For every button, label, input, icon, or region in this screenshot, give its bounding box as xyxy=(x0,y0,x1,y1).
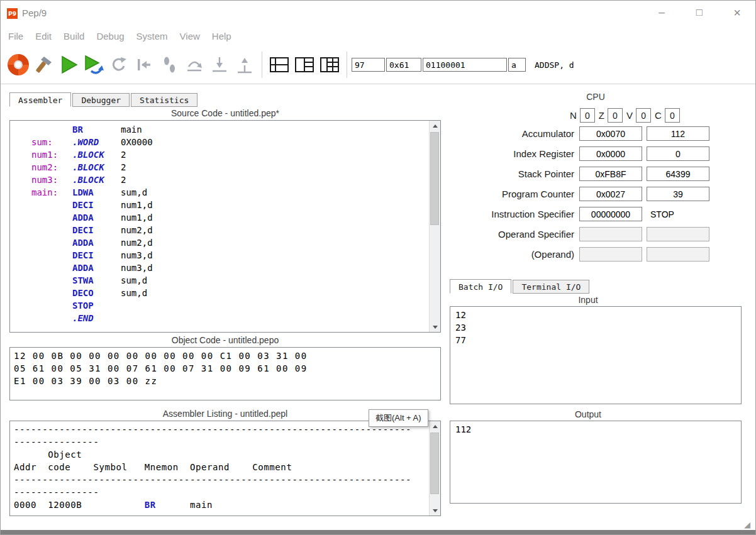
step-button[interactable] xyxy=(157,51,182,79)
scroll-down-icon[interactable] xyxy=(430,505,440,516)
mnemonic: .WORD xyxy=(72,137,121,147)
source-code-text[interactable]: BRmainsum:.WORD0X0000num1:.BLOCK2num2:.B… xyxy=(10,121,430,332)
register-label: Operand Specifier xyxy=(450,229,579,240)
scrollbar-thumb[interactable] xyxy=(430,132,439,225)
tab-debugger[interactable]: Debugger xyxy=(72,93,130,107)
step-over-button[interactable] xyxy=(182,51,207,79)
object-code-line: 12 00 0B 00 00 00 00 00 00 00 00 C1 00 0… xyxy=(14,350,436,362)
register-row: Accumulator0x0070112 xyxy=(450,126,742,141)
grid-layout-button[interactable] xyxy=(317,51,342,79)
decimal-input[interactable] xyxy=(352,58,385,72)
tab-assembler[interactable]: Assembler xyxy=(9,92,71,107)
restart-debug-button[interactable] xyxy=(106,51,131,79)
step-into-button[interactable] xyxy=(207,51,232,79)
menu-edit[interactable]: Edit xyxy=(35,31,52,41)
mnemonic: DECI xyxy=(72,225,121,235)
listing-line: Addr code Symbol Mnemon Operand Comment xyxy=(14,461,430,473)
menu-debug[interactable]: Debug xyxy=(96,31,124,41)
register-hex-value xyxy=(579,247,642,262)
input-line: 12 xyxy=(455,309,736,321)
stop-debug-button[interactable] xyxy=(131,51,157,79)
symbol-label: sum: xyxy=(31,137,72,147)
assembler-listing-pane[interactable]: ----------------------------------------… xyxy=(9,421,441,516)
operand: num1,d xyxy=(121,200,153,210)
listing-line: --------------- xyxy=(14,486,430,499)
flag-value: 0 xyxy=(665,108,680,123)
menu-build[interactable]: Build xyxy=(64,31,84,41)
flag-c: C0 xyxy=(655,108,680,123)
mnemonic: STOP xyxy=(72,301,121,311)
source-line: ADDAnum3,d xyxy=(10,263,430,275)
scroll-up-icon[interactable] xyxy=(430,121,440,131)
mnemonic: DECI xyxy=(72,250,121,260)
symbol-label: num2: xyxy=(31,162,72,172)
menu-system[interactable]: System xyxy=(136,31,168,41)
symbol-label: num3: xyxy=(31,175,72,185)
scrollbar-thumb[interactable] xyxy=(430,433,439,494)
close-button[interactable]: × xyxy=(726,4,748,21)
operand: 2 xyxy=(121,150,126,160)
binary-input[interactable] xyxy=(423,58,507,72)
output-title: Output xyxy=(450,409,726,419)
listing-line: 0000 12000B BR main xyxy=(14,499,430,511)
scroll-up-icon[interactable] xyxy=(430,421,440,431)
input-line: 77 xyxy=(455,334,736,346)
menu-help[interactable]: Help xyxy=(212,31,231,41)
tab-statistics[interactable]: Statistics xyxy=(131,93,197,107)
source-code-title: Source Code - untitled.pep* xyxy=(9,107,441,120)
operand: sum,d xyxy=(121,275,147,285)
ascii-input[interactable] xyxy=(508,58,526,72)
mnemonic: STWA xyxy=(72,275,121,285)
mnemonic: BR xyxy=(72,124,121,135)
flag-n: N0 xyxy=(570,108,595,123)
menu-file[interactable]: File xyxy=(8,31,23,41)
maximize-button[interactable]: □ xyxy=(689,4,710,21)
minimize-button[interactable]: – xyxy=(651,4,672,21)
operand: 0X0000 xyxy=(121,137,153,147)
scroll-down-icon[interactable] xyxy=(430,322,440,332)
operand: sum,d xyxy=(121,187,147,197)
source-line: STWAsum,d xyxy=(10,275,430,288)
mnemonic: DECI xyxy=(72,200,121,210)
rows-layout-button[interactable] xyxy=(267,51,292,79)
source-line: ADDAnum1,d xyxy=(10,212,430,225)
grid-layout-icon xyxy=(320,56,340,74)
toolbar-separator xyxy=(347,52,347,78)
batch-input-area[interactable]: 122377 xyxy=(450,306,742,404)
debug-play-icon xyxy=(82,54,105,75)
split-layout-button[interactable] xyxy=(292,51,317,79)
tab-batch-i-o[interactable]: Batch I/O xyxy=(450,279,511,294)
tab-terminal-i-o[interactable]: Terminal I/O xyxy=(513,280,589,294)
symbol-label: main: xyxy=(31,187,72,197)
new-file-button[interactable] xyxy=(6,51,31,79)
split-layout-icon xyxy=(294,56,314,74)
mnemonic: .END xyxy=(72,313,121,323)
flag-label: N xyxy=(570,110,577,121)
hex-input[interactable] xyxy=(386,58,421,72)
screenshot-tooltip: 截图(Alt + A) xyxy=(369,409,428,427)
register-hex-value: 0x0000 xyxy=(579,146,642,161)
run-button[interactable] xyxy=(56,51,81,79)
instruction-mnemonic-label: ADDSP, d xyxy=(535,60,574,70)
source-code-editor[interactable]: BRmainsum:.WORD0X0000num1:.BLOCK2num2:.B… xyxy=(9,120,441,333)
toolbar-separator xyxy=(262,52,262,78)
object-code-line: E1 00 03 39 00 03 00 zz xyxy=(14,375,436,387)
object-code-pane[interactable]: 12 00 0B 00 00 00 00 00 00 00 00 C1 00 0… xyxy=(9,347,441,400)
source-scrollbar[interactable] xyxy=(429,121,440,332)
resize-grip[interactable]: ◢ xyxy=(744,521,753,529)
flag-label: V xyxy=(626,110,633,121)
register-hex-value: 0x0070 xyxy=(579,126,642,141)
register-row: Operand Specifier xyxy=(450,227,742,241)
window-bottom-edge xyxy=(1,530,755,534)
start-debugging-button[interactable] xyxy=(81,51,106,79)
left-panel: AssemblerDebuggerStatistics Source Code … xyxy=(9,92,441,516)
listing-line: ----------------------------------------… xyxy=(14,423,430,436)
listing-scrollbar[interactable] xyxy=(429,421,440,516)
step-out-button[interactable] xyxy=(232,51,257,79)
menu-view[interactable]: View xyxy=(180,31,200,41)
build-button[interactable] xyxy=(31,51,56,79)
flag-value: 0 xyxy=(636,108,651,123)
register-row: Program Counter0x002739 xyxy=(450,187,742,201)
source-line: DECInum3,d xyxy=(10,250,430,263)
mnemonic: ADDA xyxy=(72,212,121,223)
